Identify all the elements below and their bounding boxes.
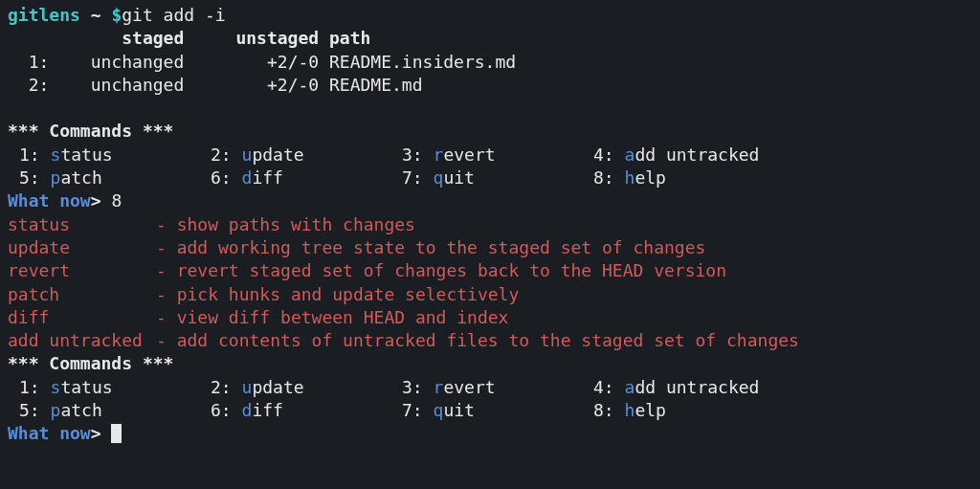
row-unstaged: +2/-0 (267, 52, 319, 72)
user-input: 8 (111, 190, 122, 211)
terminal-output[interactable]: gitlens ~ $git add -i staged unstaged pa… (8, 4, 972, 446)
cmd-quit[interactable]: 7: quit (402, 167, 593, 189)
blank-line (8, 97, 972, 120)
what-now-prompt[interactable]: What now> (8, 422, 972, 445)
cmd-quit[interactable]: 7: quit (402, 399, 593, 422)
commands-header: *** Commands *** (8, 352, 972, 375)
row-path: README.md (329, 75, 423, 95)
cmd-status[interactable]: 1: status (19, 144, 211, 167)
commands-menu: 1: status 2: update 3: revert 4: add unt… (19, 376, 972, 423)
row-num: 2: (29, 75, 50, 95)
help-cmd: patch (8, 283, 156, 306)
help-desc: - add contents of untracked files to the… (156, 329, 972, 352)
help-desc: - pick hunks and update selectively (156, 283, 972, 306)
cmd-diff[interactable]: 6: diff (211, 167, 402, 189)
status-row: 1: unchanged +2/-0 README.insiders.md (8, 51, 972, 74)
cmd-help[interactable]: 8: help (593, 167, 823, 189)
status-row: 2: unchanged +2/-0 README.md (8, 74, 972, 97)
row-unstaged: +2/-0 (267, 75, 319, 95)
cmd-update[interactable]: 2: update (211, 144, 402, 167)
cmd-patch[interactable]: 5: patch (19, 399, 211, 422)
help-desc: - show paths with changes (156, 213, 972, 236)
col-path: path (329, 28, 370, 48)
col-staged: staged (122, 28, 184, 48)
cmd-patch[interactable]: 5: patch (19, 167, 211, 189)
cursor-icon (111, 424, 122, 443)
row-num: 1: (29, 52, 50, 72)
cmd-add-untracked[interactable]: 4: add untracked (593, 376, 823, 399)
status-header-row: staged unstaged path (8, 27, 972, 50)
cmd-diff[interactable]: 6: diff (211, 399, 402, 422)
help-cmd: diff (8, 306, 156, 329)
row-staged: unchanged (91, 75, 185, 95)
cmd-revert[interactable]: 3: revert (402, 376, 593, 399)
commands-header: *** Commands *** (8, 120, 972, 143)
help-cmd: add untracked (8, 329, 156, 352)
help-cmd: status (8, 213, 156, 236)
help-desc: - add working tree state to the staged s… (156, 236, 972, 259)
shell-prompt-line: gitlens ~ $git add -i (8, 4, 972, 27)
help-cmd: revert (8, 259, 156, 282)
help-output: status- show paths with changes update- … (8, 213, 972, 353)
cmd-help[interactable]: 8: help (593, 399, 823, 422)
commands-menu: 1: status 2: update 3: revert 4: add unt… (19, 144, 972, 190)
col-unstaged: unstaged (235, 28, 319, 48)
help-cmd: update (8, 236, 156, 259)
prompt-tilde: ~ (91, 5, 101, 25)
row-staged: unchanged (91, 52, 185, 72)
help-desc: - revert staged set of changes back to t… (156, 259, 972, 282)
row-path: README.insiders.md (329, 52, 516, 72)
cmd-add-untracked[interactable]: 4: add untracked (593, 144, 823, 167)
shell-command: git add -i (122, 5, 225, 25)
cmd-status[interactable]: 1: status (19, 376, 211, 399)
what-now-prompt: What now> 8 (8, 189, 972, 212)
prompt-dollar: $ (111, 5, 122, 25)
help-desc: - view diff between HEAD and index (156, 306, 972, 329)
cmd-update[interactable]: 2: update (211, 376, 402, 399)
prompt-user: gitlens (8, 5, 80, 25)
cmd-revert[interactable]: 3: revert (402, 144, 593, 167)
